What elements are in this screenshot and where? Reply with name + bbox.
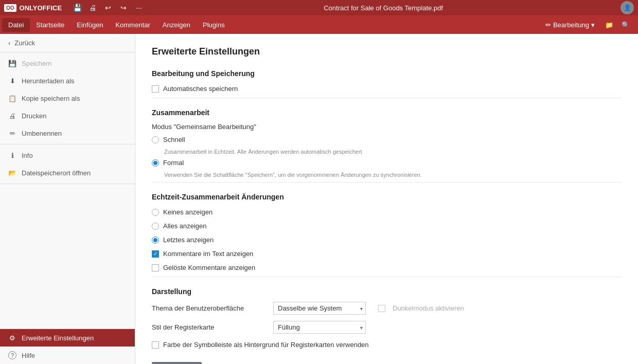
alles-row: Alles anzeigen (152, 221, 622, 231)
farbe-checkbox[interactable] (152, 341, 159, 349)
alles-label: Alles anzeigen (163, 222, 207, 230)
schnell-label: Schnell (163, 136, 185, 143)
help-icon: ? (8, 351, 16, 359)
sidebar-item-hilfe[interactable]: ? Hilfe (0, 347, 135, 364)
edit-icon: ✏ (545, 21, 551, 29)
autosave-checkbox[interactable] (152, 85, 159, 93)
thema-row: Thema der Benutzeroberfläche Dasselbe wi… (152, 302, 622, 315)
sidebar-item-herunterladen-label: Herunterladen als (22, 77, 75, 85)
sidebar-section-2: ℹ Info 📂 Dateispeicherort öffnen (0, 144, 135, 184)
avatar[interactable]: 👤 (621, 1, 634, 14)
formal-label: Formal (163, 159, 184, 167)
sidebar-bottom: ⚙ Erweiterte Einstellungen ? Hilfe (0, 329, 135, 364)
stil-select[interactable]: Füllung Linie (273, 321, 366, 334)
letztes-radio[interactable] (152, 236, 159, 244)
sidebar-item-info-label: Info (22, 152, 33, 159)
modus-label: Modus "Gemeinsame Bearbeitung" (152, 123, 622, 131)
sidebar-item-drucken-label: Drucken (22, 112, 46, 120)
letztes-label: Letztes anzeigen (163, 236, 214, 244)
sidebar-item-info[interactable]: ℹ Info (0, 147, 135, 164)
edit-mode-button[interactable]: ✏ Bearbeitung ▾ (541, 19, 599, 31)
sidebar-item-speichern: 💾 Speichern (0, 54, 135, 72)
menu-right: ✏ Bearbeitung ▾ 📁 🔍 (541, 19, 636, 31)
kommentare-checkbox[interactable] (152, 250, 159, 258)
sidebar-item-umbenennen[interactable]: ✏ Umbenennen (0, 124, 135, 142)
title-bar-controls: 💾 🖨 ↩ ↪ ··· (70, 2, 146, 13)
location-icon[interactable]: 📁 (603, 19, 615, 31)
sidebar-item-kopie[interactable]: 📋 Kopie speichern als (0, 89, 135, 107)
edit-label: Bearbeitung (553, 21, 589, 29)
download-icon: ⬇ (8, 77, 16, 85)
back-icon: ‹ (8, 39, 10, 47)
keines-label: Keines anzeigen (163, 208, 212, 216)
schnell-sublabel: Zusammenarbeit in Echtzeit. Alle Änderun… (164, 149, 622, 155)
sidebar-item-erweiterte[interactable]: ⚙ Erweiterte Einstellungen (0, 329, 135, 347)
schnell-row: Schnell (152, 135, 622, 144)
sidebar-item-umbenennen-label: Umbenennen (22, 130, 62, 137)
menu-item-startseite[interactable]: Startseite (30, 18, 70, 32)
menu-item-anzeigen[interactable]: Anzeigen (156, 18, 197, 32)
keines-row: Keines anzeigen (152, 207, 622, 217)
section-zusammenarbeit-title: Zusammenarbeit (152, 108, 622, 117)
formal-row: Formal (152, 158, 622, 168)
farbe-row: Farbe der Symbolleiste als Hintergrund f… (152, 340, 622, 350)
save-titlebar-button[interactable]: 💾 (70, 2, 84, 13)
keines-radio[interactable] (152, 209, 159, 216)
dunkelmodus-checkbox (378, 305, 385, 312)
geloeste-label: Gelöste Kommentare anzeigen (163, 264, 255, 271)
apply-button[interactable]: Anwenden (152, 362, 202, 364)
folder-open-icon: 📂 (8, 169, 16, 177)
document-title: Contract for Sale of Goods Template.pdf (146, 4, 621, 12)
title-bar-right: 👤 (621, 1, 634, 14)
main-layout: ‹ Zurück 💾 Speichern ⬇ Herunterladen als… (0, 34, 638, 364)
app-name: ONLYOFFICE (20, 4, 62, 12)
geloeste-row: Gelöste Kommentare anzeigen (152, 263, 622, 272)
search-icon[interactable]: 🔍 (619, 19, 632, 31)
print-icon: 🖨 (8, 112, 16, 120)
kommentare-row: Kommentare im Text anzeigen (152, 249, 622, 259)
menu-item-datei[interactable]: Datei (2, 18, 30, 32)
undo-titlebar-button[interactable]: ↩ (101, 2, 115, 13)
stil-select-wrapper: Füllung Linie ▾ (273, 321, 366, 334)
gear-icon: ⚙ (8, 334, 16, 342)
divider-1 (152, 98, 622, 98)
sidebar-item-dateispeicherort[interactable]: 📂 Dateispeicherort öffnen (0, 164, 135, 181)
dunkelmodus-group: Dunkelmodus aktivieren (378, 304, 464, 312)
redo-titlebar-button[interactable]: ↪ (116, 2, 131, 13)
farbe-label: Farbe der Symbolleiste als Hintergrund f… (163, 341, 369, 349)
sidebar-item-erweiterte-label: Erweiterte Einstellungen (22, 334, 94, 342)
stil-row: Stil der Registerkarte Füllung Linie ▾ (152, 321, 622, 334)
print-titlebar-button[interactable]: 🖨 (85, 2, 100, 13)
sidebar-item-dateispeicherort-label: Dateispeicherort öffnen (22, 169, 91, 177)
content-area: Erweiterte Einstellungen Bearbeitung und… (135, 34, 638, 364)
more-titlebar-button[interactable]: ··· (132, 2, 146, 13)
thema-select[interactable]: Dasselbe wie System Hell Dunkel (273, 302, 366, 315)
sidebar-section-1: 💾 Speichern ⬇ Herunterladen als 📋 Kopie … (0, 52, 135, 144)
menu-item-kommentar[interactable]: Kommentar (110, 18, 156, 32)
chevron-down-icon: ▾ (591, 21, 595, 29)
alles-radio[interactable] (152, 223, 159, 230)
title-bar: OO ONLYOFFICE 💾 🖨 ↩ ↪ ··· Contract for S… (0, 0, 638, 15)
page-title: Erweiterte Einstellungen (152, 46, 622, 57)
section-bearbeitung-title: Bearbeitung und Speicherung (152, 69, 622, 78)
sidebar-item-speichern-label: Speichern (22, 60, 52, 67)
section-echtzeit-title: Echtzeit-Zusammenarbeit Änderungen (152, 193, 622, 201)
geloeste-checkbox[interactable] (152, 264, 159, 271)
schnell-radio[interactable] (152, 136, 159, 143)
formal-radio[interactable] (152, 159, 159, 167)
sidebar-item-herunterladen[interactable]: ⬇ Herunterladen als (0, 72, 135, 89)
autosave-label: Automatisches speichern (163, 85, 238, 93)
menu-bar: Datei Startseite Einfügen Kommentar Anze… (0, 15, 638, 34)
sidebar-item-kopie-label: Kopie speichern als (22, 95, 80, 102)
letztes-row: Letztes anzeigen (152, 235, 622, 245)
menu-item-einfuegen[interactable]: Einfügen (70, 18, 109, 32)
menu-item-plugins[interactable]: Plugins (197, 18, 231, 32)
sidebar-item-drucken[interactable]: 🖨 Drucken (0, 107, 135, 124)
stil-label: Stil der Registerkarte (152, 323, 265, 331)
divider-2 (152, 182, 622, 183)
formal-sublabel: Verwenden Sie die Schaltfläche "Speicher… (164, 172, 622, 178)
sidebar: ‹ Zurück 💾 Speichern ⬇ Herunterladen als… (0, 34, 135, 364)
app-logo: OO ONLYOFFICE (4, 4, 62, 12)
sidebar-back-button[interactable]: ‹ Zurück (0, 34, 135, 52)
section-darstellung-title: Darstellung (152, 287, 622, 296)
